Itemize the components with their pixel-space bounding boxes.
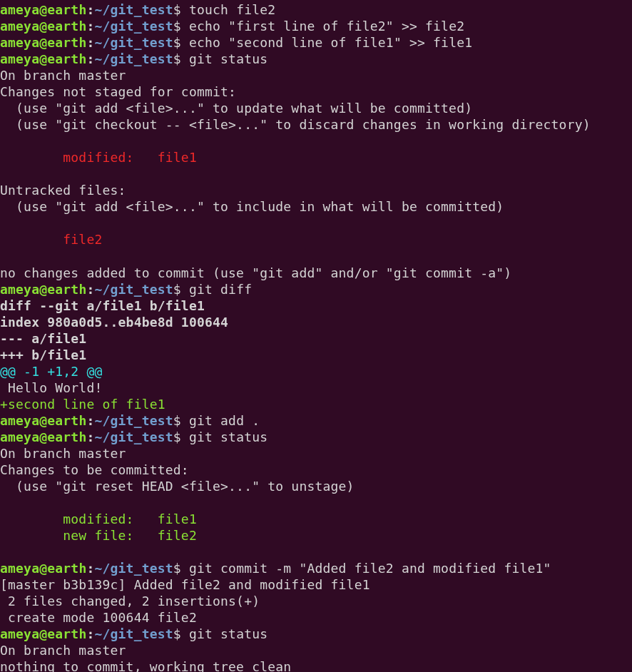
git-status-red: modified: file1: [0, 149, 632, 166]
prompt-host: earth: [47, 51, 86, 66]
prompt-dollar: $: [173, 2, 189, 17]
prompt-line: ameya@earth:~/git_test$ git diff: [0, 281, 632, 297]
prompt-line: ameya@earth:~/git_test$ git status: [0, 429, 632, 445]
prompt-host: earth: [47, 429, 86, 444]
command-text: git add .: [189, 413, 260, 428]
prompt-path: ~/git_test: [94, 282, 173, 297]
output-line: [0, 544, 632, 560]
prompt-at: @: [39, 429, 47, 444]
diff-hunk-header: @@ -1 +1,2 @@: [0, 363, 632, 380]
output-line: On branch master: [0, 445, 632, 462]
command-text: echo "first line of file2" >> file2: [189, 19, 464, 34]
prompt-user: ameya: [0, 561, 39, 576]
prompt-host: earth: [47, 2, 86, 17]
prompt-colon: :: [86, 19, 94, 34]
prompt-colon: :: [86, 2, 94, 17]
output-line: [0, 133, 632, 149]
prompt-at: @: [39, 561, 47, 576]
prompt-line: ameya@earth:~/git_test$ git add .: [0, 412, 632, 429]
prompt-host: earth: [47, 19, 86, 34]
output-line: no changes added to commit (use "git add…: [0, 265, 632, 281]
output-line: [master b3b139c] Added file2 and modifie…: [0, 576, 632, 593]
command-text: touch file2: [189, 2, 275, 17]
output-line: (use "git checkout -- <file>..." to disc…: [0, 116, 632, 133]
prompt-dollar: $: [173, 429, 189, 444]
prompt-host: earth: [47, 626, 86, 641]
prompt-dollar: $: [173, 626, 189, 641]
prompt-host: earth: [47, 413, 86, 428]
command-text: git status: [189, 626, 267, 641]
output-line: Changes to be committed:: [0, 462, 632, 478]
output-line: [0, 166, 632, 182]
prompt-colon: :: [86, 413, 94, 428]
command-text: echo "second line of file1" >> file1: [189, 35, 472, 50]
prompt-path: ~/git_test: [94, 51, 173, 66]
prompt-colon: :: [86, 35, 94, 50]
prompt-at: @: [39, 413, 47, 428]
git-status-green: +second line of file1: [0, 396, 632, 412]
output-line: (use "git add <file>..." to update what …: [0, 100, 632, 116]
prompt-dollar: $: [173, 561, 189, 576]
output-line: Changes not staged for commit:: [0, 83, 632, 100]
prompt-colon: :: [86, 51, 94, 66]
prompt-colon: :: [86, 561, 94, 576]
diff-header: index 980a0d5..eb4be8d 100644: [0, 314, 632, 330]
prompt-line: ameya@earth:~/git_test$ echo "second lin…: [0, 34, 632, 51]
command-text: git status: [189, 51, 267, 66]
prompt-at: @: [39, 19, 47, 34]
prompt-user: ameya: [0, 19, 39, 34]
prompt-line: ameya@earth:~/git_test$ git commit -m "A…: [0, 560, 632, 576]
command-text: git status: [189, 429, 267, 444]
git-status-red: file2: [0, 231, 632, 248]
output-line: (use "git add <file>..." to include in w…: [0, 198, 632, 215]
output-line: 2 files changed, 2 insertions(+): [0, 593, 632, 609]
prompt-user: ameya: [0, 35, 39, 50]
prompt-path: ~/git_test: [94, 19, 173, 34]
prompt-dollar: $: [173, 282, 189, 297]
prompt-path: ~/git_test: [94, 413, 173, 428]
prompt-user: ameya: [0, 2, 39, 17]
prompt-colon: :: [86, 282, 94, 297]
prompt-dollar: $: [173, 51, 189, 66]
prompt-at: @: [39, 626, 47, 641]
prompt-colon: :: [86, 626, 94, 641]
output-line: [0, 215, 632, 231]
output-line: On branch master: [0, 67, 632, 83]
prompt-dollar: $: [173, 19, 189, 34]
prompt-line: ameya@earth:~/git_test$ touch file2: [0, 1, 632, 18]
output-line: (use "git reset HEAD <file>..." to unsta…: [0, 478, 632, 494]
prompt-user: ameya: [0, 413, 39, 428]
prompt-host: earth: [47, 561, 86, 576]
diff-header: diff --git a/file1 b/file1: [0, 297, 632, 314]
prompt-at: @: [39, 282, 47, 297]
prompt-path: ~/git_test: [94, 561, 173, 576]
git-status-green: modified: file1: [0, 511, 632, 527]
prompt-user: ameya: [0, 51, 39, 66]
prompt-path: ~/git_test: [94, 626, 173, 641]
prompt-line: ameya@earth:~/git_test$ git status: [0, 51, 632, 67]
prompt-path: ~/git_test: [94, 35, 173, 50]
prompt-line: ameya@earth:~/git_test$ git status: [0, 626, 632, 642]
command-text: git commit -m "Added file2 and modified …: [189, 561, 551, 576]
prompt-user: ameya: [0, 282, 39, 297]
output-line: Untracked files:: [0, 182, 632, 198]
prompt-dollar: $: [173, 413, 189, 428]
output-line: [0, 248, 632, 264]
prompt-path: ~/git_test: [94, 429, 173, 444]
prompt-path: ~/git_test: [94, 2, 173, 17]
terminal-output[interactable]: ameya@earth:~/git_test$ touch file2ameya…: [0, 1, 632, 672]
output-line: nothing to commit, working tree clean: [0, 658, 632, 672]
output-line: Hello World!: [0, 380, 632, 396]
prompt-dollar: $: [173, 35, 189, 50]
output-line: create mode 100644 file2: [0, 609, 632, 626]
prompt-at: @: [39, 35, 47, 50]
diff-header: +++ b/file1: [0, 347, 632, 363]
prompt-colon: :: [86, 429, 94, 444]
prompt-host: earth: [47, 282, 86, 297]
prompt-user: ameya: [0, 626, 39, 641]
prompt-host: earth: [47, 35, 86, 50]
output-line: On branch master: [0, 642, 632, 658]
git-status-green: new file: file2: [0, 527, 632, 544]
diff-header: --- a/file1: [0, 330, 632, 347]
command-text: git diff: [189, 282, 252, 297]
